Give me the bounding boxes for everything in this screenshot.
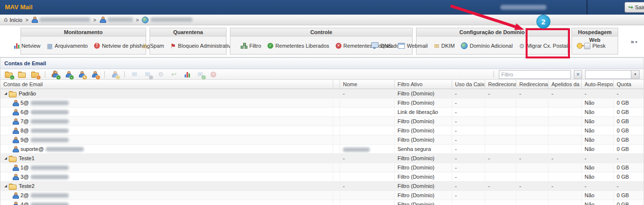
cell-red1 — [485, 145, 516, 153]
mail-check-button[interactable]: ✉✓ — [196, 70, 205, 79]
breadcrumb-item[interactable] — [99, 17, 133, 23]
account-row[interactable]: 2@Filtro (Domínio)-Não0 GB — [0, 191, 644, 200]
expanded-triangle-icon[interactable]: ◢ — [4, 154, 7, 163]
account-row[interactable]: 5@Filtro (Domínio)-Não0 GB — [0, 98, 644, 108]
account-email-redacted — [31, 203, 69, 205]
ribbon-group-title: Hospedagem Web — [572, 28, 618, 37]
account-row[interactable]: suporte@Senha segura-Não0 GB — [0, 145, 644, 154]
column-header-quota[interactable]: Quota — [614, 80, 644, 89]
group-row[interactable]: ◢Teste2-Filtro (Domínio)------ — [0, 182, 644, 191]
stats-button[interactable] — [183, 70, 191, 79]
column-header-filtro[interactable]: Filtro Ativo — [395, 80, 452, 89]
cell-filtro: Filtro (Domínio) — [395, 89, 452, 98]
column-header-conta[interactable]: Contas de Email — [0, 80, 333, 89]
account-row[interactable]: 6@Link de liberação-Não0 GB — [0, 108, 644, 117]
cell-red1 — [485, 163, 516, 172]
folder-open-icon — [18, 73, 26, 78]
ribbon-item-dominio-adicional[interactable]: Domínio Adicional — [461, 42, 512, 49]
column-header-nome[interactable]: Nome — [340, 80, 395, 89]
group-row[interactable]: ◢Padrão-Filtro (Domínio)------ — [0, 89, 644, 98]
toolbar-buttons: +−++✎−✉✉⚙↩✉✓✕ — [4, 70, 218, 79]
breadcrumb-home-link[interactable]: ⌂ Início — [4, 17, 22, 23]
locked-account-button[interactable] — [110, 70, 119, 79]
cell-quota: 0 GB — [614, 98, 644, 107]
breadcrumb-item[interactable] — [142, 17, 192, 23]
column-header-autoresp[interactable]: Auto-Resposta — [582, 80, 614, 89]
cell-quota: 0 GB — [614, 145, 644, 153]
logout-button[interactable]: ↪ Sair — [625, 2, 644, 13]
ribbon-item-netview[interactable]: Netview — [14, 43, 40, 49]
group-tree-cell: ◢Padrão — [0, 89, 333, 98]
edit-folder-button[interactable] — [18, 70, 26, 79]
column-header-apelidos[interactable]: Apelidos da C... — [549, 80, 582, 89]
cell-nome — [340, 145, 395, 153]
redirect-icon: ↩ — [171, 71, 177, 77]
cell-apelidos — [549, 117, 582, 126]
account-row[interactable]: 9@Filtro (Domínio)-Não0 GB — [0, 135, 644, 145]
cell-quota: 0 GB — [614, 135, 644, 144]
cell-nome — [340, 126, 395, 135]
ribbon-item-spam[interactable]: ⚠Spam — [142, 43, 164, 49]
cell-red1 — [485, 172, 516, 181]
account-email-redacted — [31, 175, 69, 179]
cell-autoresp: Não — [582, 135, 614, 144]
redirect-button[interactable]: ↩ — [170, 70, 178, 79]
expanded-triangle-icon[interactable]: ◢ — [4, 182, 7, 190]
cell-red2 — [516, 145, 549, 153]
cell-nome: - — [340, 89, 395, 98]
filter-input[interactable] — [499, 70, 571, 79]
user-icon — [12, 146, 19, 152]
group-select-dropdown[interactable]: ▾ — [585, 70, 640, 79]
ribbon-item-label: Plesk — [592, 43, 606, 49]
accounts-grid: Contas de EmailNomeFiltro AtivoUso da Ca… — [0, 80, 644, 205]
account-row[interactable]: 7@Filtro (Domínio)-Não0 GB — [0, 117, 644, 126]
cell-apelidos: - — [549, 89, 582, 98]
ribbon-item-filtro[interactable]: Filtro — [241, 43, 261, 49]
expanded-triangle-icon[interactable]: ◢ — [4, 89, 7, 98]
ribbon-overflow-button[interactable]: » ▾ — [630, 39, 637, 45]
globe-icon — [461, 42, 468, 49]
breadcrumb-item[interactable] — [31, 17, 90, 23]
edit-account-button[interactable]: ✎ — [77, 70, 86, 79]
column-header-red1[interactable]: Redirecionam... — [485, 80, 516, 89]
disable-button[interactable]: ✕ — [209, 70, 218, 79]
mail-settings-button[interactable]: ✉ — [143, 70, 152, 79]
archive-table-icon: ▦ — [47, 43, 53, 49]
ribbon-item-webmail[interactable]: Webmail — [398, 43, 428, 49]
account-tree-cell: 2@ — [0, 191, 333, 200]
add-folder-button[interactable]: + — [4, 70, 13, 79]
ribbon-item-migrar-cx-postais[interactable]: ⚙Migrar Cx. Postais — [519, 43, 570, 49]
cell-autoresp: - — [582, 154, 614, 163]
spacer-cell — [333, 154, 340, 163]
account-row[interactable]: 4@Filtro (Domínio)-Não0 GB — [0, 200, 644, 205]
cell-filtro: Link de liberação — [395, 108, 452, 116]
ribbon-item-plesk[interactable]: Plesk — [584, 43, 606, 49]
ribbon-item-arquivamento[interactable]: ▦Arquivamento — [47, 43, 88, 49]
column-header-uso[interactable]: Uso da Caixa... — [452, 80, 485, 89]
tools-wrench-button[interactable]: ⚙ — [156, 70, 165, 79]
folder-open-icon — [9, 157, 17, 162]
cell-red1 — [485, 200, 516, 205]
add-account-button[interactable]: + — [64, 70, 73, 79]
ribbon-item-bloqueio-administrativo[interactable]: ⚑Bloqueio Administrativo — [170, 43, 234, 49]
account-row[interactable]: 3@Filtro (Domínio)-Não0 GB — [0, 172, 644, 182]
cell-quota: 0 GB — [614, 200, 644, 205]
ribbon-item-remetentes-liberados[interactable]: ✓Remetentes Liberados — [267, 43, 329, 49]
ribbon-item-remetentes-bloqueados[interactable]: ✕Remetentes Bloqueados — [336, 43, 402, 49]
remove-account-button[interactable]: − — [90, 70, 99, 79]
account-row[interactable]: 1@Filtro (Domínio)-Não0 GB — [0, 163, 644, 172]
column-header-red2[interactable]: Redirecionam... — [516, 80, 549, 89]
ribbon-item-dkim[interactable]: ✉DKIM — [434, 43, 455, 49]
cell-autoresp: Não — [582, 191, 614, 200]
group-select-value — [586, 71, 631, 78]
remove-folder-button[interactable]: − — [31, 70, 39, 79]
filter-clear-button[interactable]: ✕ — [574, 70, 582, 79]
account-email-redacted — [31, 101, 69, 105]
account-name-redacted — [343, 148, 370, 152]
add-group-button[interactable]: + — [51, 70, 59, 79]
group-row[interactable]: ◢Teste1-Filtro (Domínio)------ — [0, 154, 644, 163]
ribbon-item-dns[interactable]: DNS — [371, 42, 392, 49]
send-mail-button[interactable]: ✉ — [130, 70, 139, 79]
account-row[interactable]: 8@Filtro (Domínio)-Não0 GB — [0, 126, 644, 135]
ribbon-group-monitoramento: MonitoramentoNetview▦Arquivamento!Netvie… — [20, 28, 146, 55]
